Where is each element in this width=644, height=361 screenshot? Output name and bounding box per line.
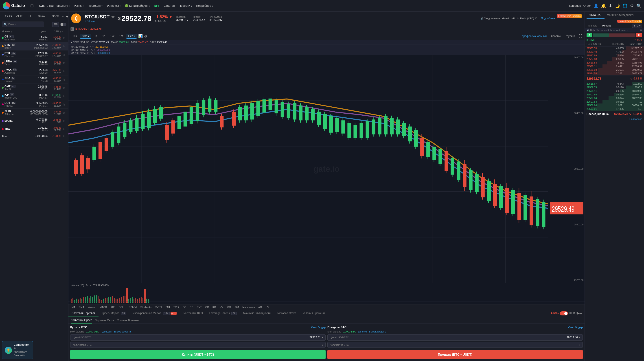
coin-item-luna[interactable]: LUNA 5x Terra 6.3316 P399.65 -4.55 % 66.…: [0, 59, 68, 67]
coin-item-trx[interactable]: TRX 0.08121 P5.13 -3.95 % 21.75M ☆: [0, 125, 68, 133]
sidebar-tab-alts[interactable]: ALTS: [14, 14, 25, 19]
nav-trade[interactable]: Торговля ▾: [86, 3, 104, 8]
sell-withdraw[interactable]: Вывод средств: [369, 330, 386, 333]
indicator-s-rsi[interactable]: S-RSI: [154, 305, 163, 309]
ob-details-link[interactable]: Подробнее: [630, 118, 642, 120]
sell-qty-arrow[interactable]: ▾: [579, 344, 580, 346]
indicator-pc[interactable]: PC: [189, 305, 194, 309]
candlestick-view-icon[interactable]: ▦: [70, 26, 74, 31]
volume-close[interactable]: ×: [90, 284, 91, 287]
trade-tab-grid[interactable]: Торговая Сетка: [274, 310, 299, 317]
keyboard-icon[interactable]: ⌨: [52, 22, 59, 27]
nav-more[interactable]: Подробнее ▾: [194, 3, 215, 8]
indicator-ema[interactable]: EMA: [78, 305, 85, 309]
ob-sell-row[interactable]: 29526.58 2.461 72654.97: [585, 61, 644, 65]
star-filter-icon[interactable]: ☆: [62, 15, 64, 18]
coin-item-icp[interactable]: ICP 5x Internet Co... 8.3116 P524.63 +1.…: [0, 92, 68, 100]
volume-edit[interactable]: ✎: [86, 284, 88, 287]
ob-sell-row[interactable]: 29526.11 2.4421 72096.92: [585, 65, 644, 68]
rub-toggle[interactable]: [560, 311, 568, 315]
ma10-edit[interactable]: ✎: [91, 49, 93, 51]
timeframe-1d[interactable]: 1d: [100, 34, 107, 38]
indicator-rsi-s-i[interactable]: RSI-S-I: [128, 305, 138, 309]
pair-subname[interactable]: ℹ Bitcoin: [84, 20, 114, 23]
no-btn[interactable]: Нет ▾: [126, 34, 137, 39]
coin-item-gt[interactable]: GT SX GateToken 5.333 P336.62 -1.57 % 1.…: [0, 34, 68, 42]
trade-tab-time[interactable]: Условия Времени: [299, 310, 328, 317]
ob-buy-row[interactable]: 29503.91 1.4305 42...: [585, 107, 644, 111]
sell-deposit[interactable]: Депозит: [358, 330, 367, 333]
indicator-trix[interactable]: TRIX: [172, 305, 180, 309]
collapse-icon[interactable]: ◀: [66, 15, 68, 18]
user-icon[interactable]: 👤: [594, 3, 598, 8]
coin-dropdown[interactable]: BTC ▾: [632, 24, 642, 28]
indicator-smi[interactable]: SMI: [165, 305, 171, 309]
indicator-ma[interactable]: MA: [71, 305, 76, 309]
buy-button[interactable]: Купить (USDT→BTC): [70, 350, 326, 359]
bell-icon[interactable]: 🔔: [601, 3, 606, 8]
indicator-nv[interactable]: NV: [219, 305, 224, 309]
nav-startup[interactable]: Стартап: [162, 3, 176, 8]
search-input[interactable]: [2, 22, 44, 27]
nav-news[interactable]: Новости ▾: [177, 3, 194, 8]
nav-nft[interactable]: NFT: [152, 3, 161, 8]
pair-star[interactable]: ☆: [111, 15, 114, 19]
sell-price-input[interactable]: Цена USDT/BTC 29517.46 ▾: [328, 334, 583, 340]
language-icon[interactable]: 🌐: [622, 3, 628, 8]
order-tab-time[interactable]: Условия Времени: [117, 317, 139, 323]
order-tab-grid[interactable]: Торговая Сетка: [95, 317, 114, 323]
wallet-btn[interactable]: кошелек: [569, 4, 581, 8]
coin-item-matic[interactable]: MATIC 0.079386 P5.01 -2.85 % 22M ☆: [0, 117, 68, 125]
sell-ratio-btn[interactable]: Ш: [636, 33, 642, 37]
search-nav-icon[interactable]: 🔍: [636, 3, 641, 8]
chart-bar-icon[interactable]: 📊: [138, 34, 143, 38]
timeframe-1w[interactable]: 1W: [108, 34, 116, 38]
download-icon[interactable]: ⬇: [609, 3, 612, 8]
sidebar-tab-usds[interactable]: USDS: [2, 14, 14, 19]
buy-price-arrow[interactable]: ▾: [322, 336, 323, 339]
indicator-boll[interactable]: BOLL: [118, 305, 126, 309]
logo[interactable]: Gate.io: [3, 2, 25, 10]
indicator-ao[interactable]: AO: [258, 305, 263, 309]
right-tab-orderbook[interactable]: Книга Ор...: [586, 12, 604, 19]
indicator-ko[interactable]: KO: [212, 305, 217, 309]
buy-qty-arrow[interactable]: ▾: [322, 344, 323, 346]
sell-button[interactable]: Продать (BTC→USDT): [328, 350, 583, 359]
coin-item-...[interactable]: ... 0.0114864 -1.61 % ☆: [0, 133, 68, 139]
nav-finance[interactable]: Финансы ▾: [105, 3, 122, 8]
nav-copy[interactable]: 🟢 Копитрейдинг ▾: [123, 3, 152, 8]
limited-badge[interactable]: Limited Time Rewards: [557, 14, 582, 18]
indicator-po[interactable]: PO: [182, 305, 187, 309]
coin-item-avax[interactable]: AVAX 5x Avalanche 22.598 P1426.38 -5.55 …: [0, 67, 68, 76]
sell-stop-link[interactable]: Стоп Ордер: [568, 326, 583, 329]
sell-qty-input[interactable]: Количество BTC ▾: [328, 342, 583, 348]
ob-buy-row[interactable]: 29507.84 0.6374 18812.36: [585, 96, 644, 100]
toggle-usd[interactable]: [60, 23, 66, 26]
indicator-dm[interactable]: DM: [234, 305, 240, 309]
subtab-coin[interactable]: Монета: [600, 23, 612, 28]
header-change[interactable]: 24% ↕: [48, 30, 61, 33]
header-price[interactable]: Цена ↕: [28, 30, 48, 33]
ma30-edit[interactable]: ✎: [91, 52, 93, 54]
sidebar-tab-loan[interactable]: Заем: [50, 14, 61, 19]
chart-settings-icon[interactable]: ⚙: [144, 34, 147, 38]
indicator-macd[interactable]: MACD: [99, 305, 108, 309]
sidebar-tab-futures[interactable]: Фьюч...: [36, 14, 49, 19]
indicator-stochastic[interactable]: Stochastic: [139, 305, 152, 309]
trade-tab-mining[interactable]: Майнинг Ликвидности: [240, 310, 274, 317]
notif-more[interactable]: Подробнее: [541, 17, 555, 20]
ob-buy-row[interactable]: 29518.67 0.343 10124.9: [585, 82, 644, 86]
trade-tab-contracts[interactable]: Контракты 100X: [180, 310, 206, 317]
indicator-hv[interactable]: HV: [264, 305, 270, 309]
theme-icon[interactable]: 🌙: [615, 3, 620, 8]
ob-sell-row[interactable]: 29530.49 4.7952 141584.71: [585, 50, 644, 54]
subtab-markets[interactable]: Markets: [586, 23, 599, 28]
coin-item-eth[interactable]: ETH 10x Ethereum 1745.19 P110155.87 -4.5…: [0, 51, 68, 59]
expand-icon[interactable]: ⛶: [579, 34, 582, 38]
ob-sell-row[interactable]: 29530.76 4.8305 142627.15: [585, 47, 644, 50]
ob-sell-row[interactable]: 29526.03 2.3521 69439.57: [585, 68, 644, 72]
ob-buy-row[interactable]: 29509.73 0.5178 15283.2: [585, 86, 644, 89]
nav-markets[interactable]: Рынки ▾: [72, 3, 86, 8]
ob-buy-row[interactable]: 29506.86 1.0291 30370.22: [585, 104, 644, 107]
buy-ratio-btn[interactable]: Л: [586, 33, 592, 37]
